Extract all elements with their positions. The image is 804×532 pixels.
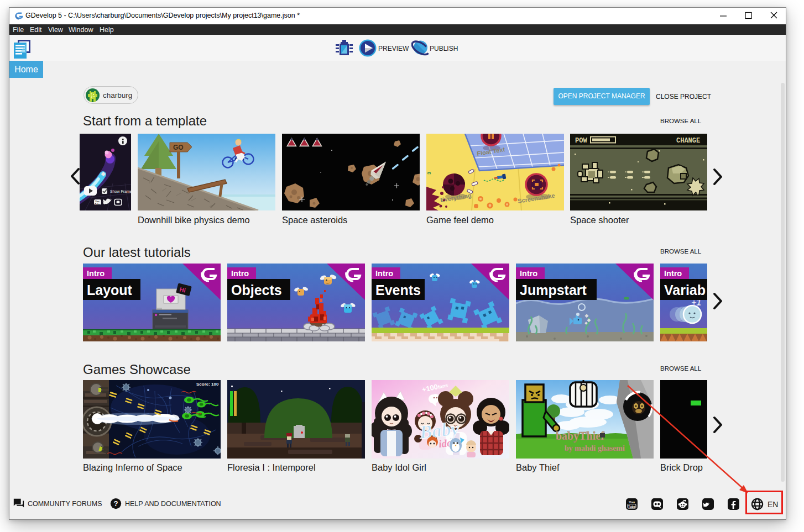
svg-text:Events: Events <box>375 282 421 298</box>
svg-text:CHANGE: CHANGE <box>676 137 700 145</box>
svg-text:?: ? <box>113 499 118 508</box>
svg-text:Show Frame: Show Frame <box>110 189 131 193</box>
svg-text:babyThief: babyThief <box>556 430 604 443</box>
svg-text:by mahdi ghasemi: by mahdi ghasemi <box>565 444 625 452</box>
svg-text:Intro: Intro <box>87 269 105 278</box>
svg-text:Score: 100: Score: 100 <box>196 382 219 387</box>
svg-text:You: You <box>629 500 635 504</box>
svg-text:Jumpstart: Jumpstart <box>520 282 587 298</box>
svg-text:Intro: Intro <box>375 269 393 278</box>
svg-text:Tube: Tube <box>95 203 101 206</box>
svg-text:Tube: Tube <box>628 505 636 508</box>
svg-text:Objects: Objects <box>231 282 282 298</box>
svg-text:Intro: Intro <box>520 269 537 278</box>
svg-text:Intro: Intro <box>231 269 249 278</box>
svg-text:Layout: Layout <box>87 282 133 298</box>
svg-text:GO: GO <box>173 144 184 151</box>
svg-text:3: 3 <box>426 172 432 175</box>
svg-text:Variab: Variab <box>664 282 706 298</box>
svg-text:POW: POW <box>575 137 587 145</box>
svg-text:Intro: Intro <box>664 269 682 278</box>
